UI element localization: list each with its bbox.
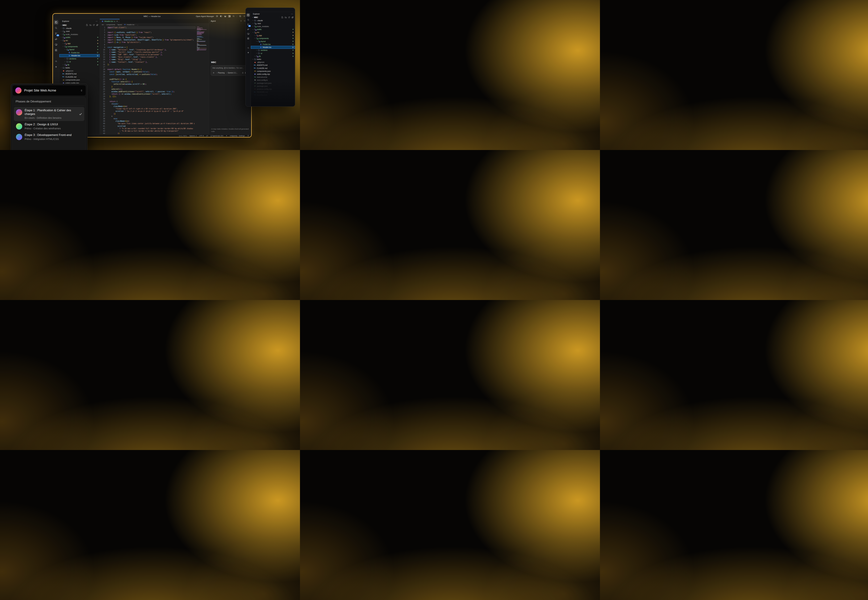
open-agent-manager-button[interactable]: Open Agent Manager — [196, 15, 214, 17]
file-tree-item-header-tsx[interactable]: Header.tsxU — [59, 54, 100, 57]
antigravity-burst-icon[interactable]: M15.60 12.00L21.60 12.00M15.12 13.80L20.… — [54, 53, 58, 58]
file-tree-item--next[interactable]: .next — [251, 22, 295, 25]
code-editor[interactable]: 1234567891011121314151617181920212223242… — [100, 26, 209, 134]
toggle-panel-bottom-icon[interactable] — [224, 15, 227, 18]
breadcrumb-item[interactable]: … — [137, 24, 139, 26]
close-icon[interactable]: × — [117, 20, 118, 22]
toggle-panel-left-icon[interactable] — [220, 15, 223, 18]
status-item[interactable]: ✦ — [226, 135, 227, 136]
gear-icon[interactable] — [243, 15, 245, 18]
attach-icon[interactable] — [212, 72, 215, 74]
remote-explorer-icon[interactable] — [246, 32, 250, 36]
file-tree-item-next-config-ts[interactable]: Nnext.config.ts — [251, 79, 295, 82]
file-tree-item-agents-md[interactable]: M↓AGENTS.md — [59, 73, 100, 76]
extensions-icon[interactable] — [246, 36, 250, 40]
file-tree-item-app[interactable]: app — [251, 34, 295, 37]
explorer-files-icon[interactable] — [246, 13, 250, 17]
file-tree-item-tasks[interactable]: tasks — [251, 58, 295, 61]
file-tree-item--claude[interactable]: .claude — [251, 19, 295, 22]
sparkle-icon[interactable] — [246, 51, 250, 55]
project-selector[interactable]: Projet Site Web Acme — [12, 85, 86, 96]
search-icon[interactable] — [54, 26, 58, 30]
collapse-all-icon[interactable] — [96, 24, 98, 26]
status-item[interactable]: UTF-8 — [199, 135, 204, 136]
file-tree-item--gitignore[interactable]: ◆.gitignore — [251, 61, 295, 64]
explorer-files-icon[interactable] — [54, 20, 58, 24]
mic-icon[interactable] — [242, 72, 244, 74]
file-tree-item-header-tsx[interactable]: Header.tsxU — [251, 46, 295, 49]
file-tree-item-src[interactable]: src — [59, 39, 100, 42]
model-selector[interactable]: Gemini 3.1... — [226, 72, 238, 74]
ellipsis-icon[interactable] — [291, 13, 293, 15]
status-item[interactable]: LF — [206, 135, 208, 136]
file-tree-item-eslint-config-mjs[interactable]: ◉eslint.config.mjs — [251, 73, 295, 76]
agent-input[interactable]: Ask anything, @ to mention, / for wor...… — [211, 65, 250, 76]
collapse-all-icon[interactable] — [291, 16, 294, 18]
sparkle-icon[interactable] — [54, 65, 58, 69]
extensions-icon[interactable] — [54, 48, 58, 52]
status-item[interactable]: Ln 1, Col 1 — [179, 135, 187, 136]
chrome-icon[interactable] — [239, 15, 241, 18]
file-tree-item-layout[interactable]: layout — [251, 40, 295, 43]
file-tree-item-claude-md[interactable]: M↓CLAUDE.md — [59, 75, 100, 79]
status-item[interactable]: Antigravity - Settings — [230, 135, 245, 136]
breadcrumb-item[interactable]: layout — [118, 24, 122, 26]
file-tree-item--gitignore[interactable]: ◆.gitignore — [59, 69, 100, 73]
file-tree-item-footer-tsx[interactable]: Footer.tsxU — [59, 51, 100, 54]
remote-explorer-icon[interactable] — [54, 42, 58, 47]
mode-selector[interactable]: Planning — [216, 72, 225, 74]
agent-tasks-icon[interactable] — [246, 46, 250, 50]
file-tree-item-tasks[interactable]: tasks — [59, 66, 100, 70]
file-tree-item-ui[interactable]: ui — [251, 52, 295, 55]
phase-item[interactable]: Étape 1 : Planification & Cahier des cha… — [14, 107, 84, 121]
toggle-panel-right-icon[interactable] — [228, 15, 231, 18]
search-icon[interactable] — [232, 15, 235, 18]
file-tree-item-public[interactable]: public — [251, 28, 295, 31]
file-tree-item-readme-md[interactable]: M↓README.md — [251, 91, 295, 94]
search-icon[interactable] — [246, 18, 250, 21]
source-control-icon[interactable]: 30 — [246, 23, 250, 26]
phase-item[interactable]: Étape 3 : Développement Front-endPrévu -… — [14, 132, 84, 142]
status-item[interactable]: Spaces: 2 — [189, 135, 197, 136]
breadcrumb-item[interactable]: src — [102, 24, 104, 26]
bell-icon[interactable] — [247, 135, 249, 136]
explorer-root[interactable]: MBC — [59, 23, 100, 27]
file-tree-item-agents-md[interactable]: M↓AGENTS.md — [251, 64, 295, 67]
tab-header-tsx[interactable]: Header.tsx U × — [100, 19, 120, 23]
file-tree-item-node-modules[interactable]: node_modules — [59, 33, 100, 36]
file-tree-item-sections[interactable]: sections — [251, 49, 295, 52]
file-tree-item-src[interactable]: src — [251, 31, 295, 34]
file-tree-item-postcss-config-mjs[interactable]: ◎postcss.config.mjs — [251, 88, 295, 91]
file-tree-item-next-env-d-ts[interactable]: TSnext-env.d.ts — [251, 76, 295, 79]
breadcrumb-item[interactable]: Header.tsx — [127, 24, 134, 26]
new-file-icon[interactable] — [86, 24, 88, 26]
file-tree-item-sections[interactable]: sections — [59, 57, 100, 60]
refresh-icon[interactable] — [93, 24, 95, 26]
file-tree-item-components[interactable]: components — [251, 37, 295, 40]
file-tree-item-package-lock-json[interactable]: JSpackage-lock.json — [251, 82, 295, 85]
file-tree-item-node-modules[interactable]: node_modules — [251, 25, 295, 28]
status-item[interactable]: {} TypeScript JSX — [211, 135, 223, 136]
run-debug-icon[interactable] — [246, 27, 250, 31]
secondary-titlebar[interactable] — [245, 8, 295, 12]
file-tree-item-app[interactable]: app — [59, 42, 100, 45]
new-folder-icon[interactable] — [285, 16, 287, 18]
minimap[interactable] — [197, 27, 207, 51]
explorer-root[interactable]: MBC — [251, 16, 295, 19]
source-control-icon[interactable]: 30 — [54, 31, 58, 36]
file-tree-item-components-json[interactable]: {}components.json — [251, 70, 295, 73]
new-chat-icon[interactable] — [240, 20, 242, 22]
new-file-icon[interactable] — [281, 16, 283, 18]
file-tree-item-lib[interactable]: lib — [251, 55, 295, 58]
customize-layout-icon[interactable] — [216, 15, 218, 18]
antigravity-burst-icon[interactable]: M15.60 12.00L21.60 12.00M15.12 13.80L20.… — [246, 41, 250, 45]
titlebar[interactable]: MBC — Header.tsx Open Agent Manager | — [53, 14, 251, 19]
phase-item[interactable]: Étape 2 : Design & UX/UIPrévu - Création… — [14, 121, 84, 132]
file-tree-item-layout[interactable]: layout — [59, 48, 100, 51]
file-tree-item-ui[interactable]: ui — [59, 60, 100, 64]
agent-tasks-icon[interactable] — [54, 59, 58, 64]
file-tree-item-claude-md[interactable]: M↓CLAUDE.md — [251, 67, 295, 70]
ellipsis-icon[interactable] — [95, 20, 98, 23]
file-tree-item-components-json[interactable]: {}components.json — [59, 79, 100, 82]
file-tree-item-package-json[interactable]: JSpackage.json — [251, 85, 295, 88]
